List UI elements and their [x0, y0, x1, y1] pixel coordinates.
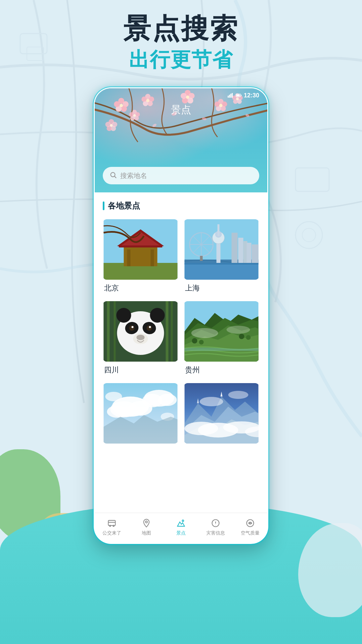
- svg-point-101: [149, 326, 151, 328]
- svg-point-103: [133, 333, 148, 344]
- bottom-nav: 公交来了 地图 景点: [95, 513, 267, 543]
- bus-icon: [106, 517, 118, 529]
- nav-item-disaster[interactable]: 灾害信息: [198, 517, 233, 536]
- svg-point-144: [246, 519, 254, 526]
- place-item-misc2[interactable]: [181, 380, 262, 456]
- svg-point-122: [158, 394, 177, 406]
- svg-point-58: [111, 173, 115, 177]
- svg-point-135: [228, 391, 248, 399]
- svg-rect-92: [171, 301, 173, 362]
- svg-rect-11: [236, 95, 240, 96]
- status-icons: [228, 93, 242, 98]
- page-title-sub: 出行更节省: [0, 46, 362, 74]
- nav-label-disaster: 灾害信息: [206, 530, 225, 536]
- section-title: 各地景点: [108, 200, 140, 211]
- place-image-beijing: [103, 219, 178, 280]
- warning-icon: [210, 517, 221, 529]
- wind-icon: [244, 517, 256, 529]
- place-name-beijing: 北京: [103, 283, 178, 296]
- svg-rect-80: [200, 256, 203, 261]
- status-time: 12:30: [244, 92, 259, 99]
- place-image-sichuan: [103, 301, 178, 362]
- nav-label-scenic: 景点: [176, 530, 186, 536]
- place-name-guizhou: 贵州: [184, 365, 259, 378]
- svg-rect-82: [238, 238, 243, 263]
- phone-mockup: 12:30: [94, 87, 268, 544]
- mountain-icon: [175, 517, 187, 529]
- page-header: 景点搜索 出行更节省: [0, 13, 362, 74]
- svg-rect-84: [247, 243, 252, 263]
- svg-point-109: [191, 328, 218, 338]
- map-icon: [141, 517, 152, 529]
- nav-item-bus[interactable]: 公交来了: [95, 517, 129, 536]
- svg-rect-89: [107, 301, 110, 362]
- place-name-misc1: [103, 447, 178, 454]
- svg-point-99: [147, 325, 152, 331]
- phone-header-title: 景点: [95, 103, 267, 117]
- svg-rect-90: [114, 301, 116, 362]
- place-item-shanghai[interactable]: 上海: [181, 217, 262, 298]
- nav-label-bus: 公交来了: [102, 530, 121, 536]
- svg-point-123: [105, 392, 122, 401]
- svg-rect-138: [108, 520, 116, 525]
- place-name-shanghai: 上海: [184, 283, 259, 296]
- svg-point-110: [227, 326, 250, 334]
- place-name-sichuan: 四川: [103, 365, 178, 378]
- svg-rect-8: [232, 93, 233, 98]
- svg-point-100: [132, 326, 134, 328]
- search-icon: [109, 171, 117, 180]
- phone-header: 12:30: [95, 88, 267, 192]
- svg-rect-85: [252, 244, 259, 263]
- svg-point-113: [239, 334, 244, 339]
- svg-rect-65: [119, 245, 163, 247]
- places-grid: 北京: [95, 217, 267, 456]
- svg-point-94: [117, 308, 131, 323]
- place-image-misc2: [184, 383, 259, 444]
- place-item-guizhou[interactable]: 贵州: [181, 298, 262, 380]
- place-image-misc1: [103, 383, 178, 444]
- place-image-shanghai: [184, 219, 259, 280]
- nav-label-map: 地图: [142, 530, 151, 536]
- svg-rect-10: [241, 95, 241, 96]
- svg-point-52: [105, 122, 111, 127]
- nav-label-air: 空气质量: [241, 530, 260, 536]
- svg-line-59: [115, 176, 116, 178]
- svg-rect-5: [228, 96, 229, 98]
- svg-point-114: [246, 335, 251, 340]
- place-item-sichuan[interactable]: 四川: [100, 298, 181, 380]
- page-title-main: 景点搜索: [0, 13, 362, 44]
- place-item-misc1[interactable]: [100, 380, 181, 456]
- search-bar[interactable]: 搜索地名: [103, 167, 259, 184]
- place-name-misc2: [184, 447, 259, 454]
- search-placeholder-text: 搜索地名: [120, 171, 147, 180]
- nav-item-map[interactable]: 地图: [129, 517, 164, 536]
- svg-point-111: [192, 338, 197, 343]
- svg-point-98: [129, 325, 135, 331]
- nav-item-scenic[interactable]: 景点: [164, 517, 198, 536]
- place-item-beijing[interactable]: 北京: [100, 217, 181, 298]
- svg-point-141: [145, 521, 147, 523]
- svg-rect-86: [185, 263, 259, 265]
- svg-point-142: [182, 520, 184, 521]
- svg-rect-74: [218, 224, 220, 236]
- svg-rect-67: [151, 249, 154, 266]
- svg-point-4: [302, 228, 316, 242]
- svg-point-95: [150, 308, 165, 323]
- svg-point-53: [110, 124, 112, 127]
- svg-rect-6: [229, 95, 230, 98]
- phone-content: 各地景点: [95, 192, 267, 513]
- svg-rect-7: [230, 94, 231, 98]
- nav-item-air[interactable]: 空气质量: [233, 517, 267, 536]
- svg-rect-91: [166, 301, 169, 362]
- svg-rect-2: [296, 168, 329, 191]
- svg-point-134: [200, 397, 223, 406]
- svg-point-112: [199, 340, 204, 344]
- section-header: 各地景点: [95, 192, 267, 217]
- svg-point-119: [107, 406, 127, 418]
- svg-rect-81: [232, 233, 238, 263]
- place-image-guizhou: [184, 301, 259, 362]
- status-bar: 12:30: [95, 88, 267, 100]
- svg-rect-66: [127, 249, 131, 266]
- svg-point-3: [296, 222, 322, 248]
- section-bar-indicator: [103, 201, 104, 210]
